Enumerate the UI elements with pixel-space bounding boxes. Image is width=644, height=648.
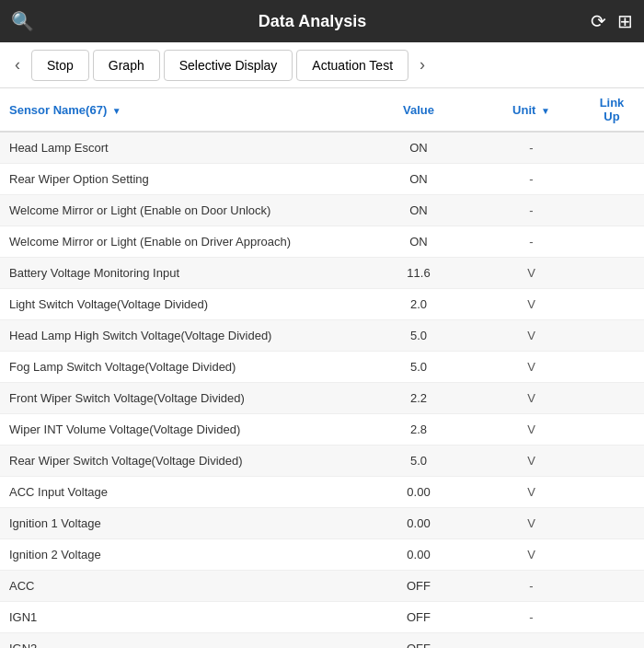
value-cell: 5.0 <box>354 446 483 477</box>
value-cell: 2.0 <box>354 289 483 320</box>
table-row[interactable]: ACC OFF - <box>0 571 644 602</box>
sensor-name-cell: Battery Voltage Monitoring Input <box>0 258 354 289</box>
linkup-cell <box>580 226 644 258</box>
search-icon-wrap[interactable]: 🔍 <box>11 10 34 32</box>
linkup-cell <box>580 132 644 164</box>
unit-cell: V <box>483 320 580 352</box>
unit-cell: V <box>483 539 580 571</box>
linkup-cell <box>580 571 644 602</box>
table-row[interactable]: Ignition 1 Voltage 0.00 V <box>0 508 644 539</box>
value-cell: 2.2 <box>354 383 483 414</box>
table-row[interactable]: Front Wiper Switch Voltage(Voltage Divid… <box>0 383 644 414</box>
sensor-name-cell: Welcome Mirror or Light (Enable on Drive… <box>0 226 354 258</box>
header-icons: ⟳ ⊞ <box>591 10 633 32</box>
graph-button[interactable]: Graph <box>93 50 160 81</box>
table-row[interactable]: Welcome Mirror or Light (Enable on Drive… <box>0 226 644 258</box>
sort-arrow-sensor: ▼ <box>112 106 121 116</box>
value-cell: 5.0 <box>354 320 483 352</box>
value-cell: OFF <box>354 571 483 602</box>
linkup-cell <box>580 446 644 477</box>
linkup-cell <box>580 602 644 633</box>
linkup-cell <box>580 477 644 508</box>
sort-arrow-unit: ▼ <box>541 106 550 116</box>
sensor-name-cell: IGN2 <box>0 633 354 649</box>
table-row[interactable]: Light Switch Voltage(Voltage Divided) 2.… <box>0 289 644 320</box>
toolbar: ‹ Stop Graph Selective Display Actuation… <box>0 42 644 88</box>
linkup-cell <box>580 289 644 320</box>
actuation-test-button[interactable]: Actuation Test <box>296 50 408 81</box>
table-row[interactable]: Head Lamp High Switch Voltage(Voltage Di… <box>0 320 644 352</box>
stop-button[interactable]: Stop <box>31 50 89 81</box>
value-cell: 0.00 <box>354 477 483 508</box>
sensor-name-cell: Rear Wiper Switch Voltage(Voltage Divide… <box>0 446 354 477</box>
unit-cell: V <box>483 258 580 289</box>
linkup-cell <box>580 414 644 446</box>
linkup-cell <box>580 258 644 289</box>
value-cell: ON <box>354 132 483 164</box>
unit-cell: - <box>483 602 580 633</box>
sensor-name-cell: Welcome Mirror or Light (Enable on Door … <box>0 195 354 226</box>
table-row[interactable]: Fog Lamp Switch Voltage(Voltage Divided)… <box>0 352 644 383</box>
table-row[interactable]: Wiper INT Volume Voltage(Voltage Divided… <box>0 414 644 446</box>
unit-cell: V <box>483 508 580 539</box>
col-linkup[interactable]: LinkUp <box>580 88 644 132</box>
table-row[interactable]: Rear Wiper Option Setting ON - <box>0 164 644 195</box>
value-cell: 0.00 <box>354 508 483 539</box>
data-table: Sensor Name(67) ▼ Value Unit ▼ LinkUp He… <box>0 88 644 648</box>
linkup-cell <box>580 164 644 195</box>
linkup-cell <box>580 352 644 383</box>
table-row[interactable]: Rear Wiper Switch Voltage(Voltage Divide… <box>0 446 644 477</box>
selective-display-button[interactable]: Selective Display <box>164 50 293 81</box>
table-row[interactable]: ACC Input Voltage 0.00 V <box>0 477 644 508</box>
table-row[interactable]: Ignition 2 Voltage 0.00 V <box>0 539 644 571</box>
table-header-row: Sensor Name(67) ▼ Value Unit ▼ LinkUp <box>0 88 644 132</box>
unit-cell: - <box>483 226 580 258</box>
sensor-name-cell: Front Wiper Switch Voltage(Voltage Divid… <box>0 383 354 414</box>
table-row[interactable]: Welcome Mirror or Light (Enable on Door … <box>0 195 644 226</box>
linkup-cell <box>580 320 644 352</box>
col-sensor-name[interactable]: Sensor Name(67) ▼ <box>0 88 354 132</box>
sensor-name-cell: Rear Wiper Option Setting <box>0 164 354 195</box>
unit-cell: - <box>483 164 580 195</box>
sensor-name-cell: Head Lamp High Switch Voltage(Voltage Di… <box>0 320 354 352</box>
value-cell: ON <box>354 226 483 258</box>
unit-cell: - <box>483 195 580 226</box>
sensor-name-cell: IGN1 <box>0 602 354 633</box>
linkup-cell <box>580 508 644 539</box>
linkup-cell <box>580 539 644 571</box>
value-cell: OFF <box>354 633 483 649</box>
search-icon[interactable]: 🔍 <box>11 10 34 32</box>
col-value[interactable]: Value <box>354 88 483 132</box>
header-title: Data Analysis <box>34 12 591 31</box>
table-row[interactable]: Head Lamp Escort ON - <box>0 132 644 164</box>
unit-cell: V <box>483 477 580 508</box>
header: 🔍 Data Analysis ⟳ ⊞ <box>0 0 644 42</box>
table-row[interactable]: IGN1 OFF - <box>0 602 644 633</box>
nav-right-button[interactable]: › <box>412 52 432 78</box>
sensor-name-cell: ACC <box>0 571 354 602</box>
sensor-name-cell: ACC Input Voltage <box>0 477 354 508</box>
nav-left-button[interactable]: ‹ <box>7 52 28 78</box>
value-cell: 11.6 <box>354 258 483 289</box>
sensor-name-cell: Wiper INT Volume Voltage(Voltage Divided… <box>0 414 354 446</box>
sensor-name-cell: Light Switch Voltage(Voltage Divided) <box>0 289 354 320</box>
linkup-cell <box>580 195 644 226</box>
unit-cell: - <box>483 571 580 602</box>
grid-icon[interactable]: ⊞ <box>617 10 633 32</box>
value-cell: ON <box>354 164 483 195</box>
unit-cell: V <box>483 383 580 414</box>
sensor-name-cell: Fog Lamp Switch Voltage(Voltage Divided) <box>0 352 354 383</box>
value-cell: 0.00 <box>354 539 483 571</box>
unit-cell: V <box>483 446 580 477</box>
sensor-name-cell: Ignition 1 Voltage <box>0 508 354 539</box>
refresh-icon[interactable]: ⟳ <box>591 10 606 32</box>
unit-cell: V <box>483 414 580 446</box>
value-cell: OFF <box>354 602 483 633</box>
table-row[interactable]: Battery Voltage Monitoring Input 11.6 V <box>0 258 644 289</box>
unit-cell: - <box>483 633 580 649</box>
unit-cell: - <box>483 132 580 164</box>
sensor-name-cell: Ignition 2 Voltage <box>0 539 354 571</box>
col-unit[interactable]: Unit ▼ <box>483 88 580 132</box>
value-cell: 2.8 <box>354 414 483 446</box>
table-row[interactable]: IGN2 OFF - <box>0 633 644 649</box>
